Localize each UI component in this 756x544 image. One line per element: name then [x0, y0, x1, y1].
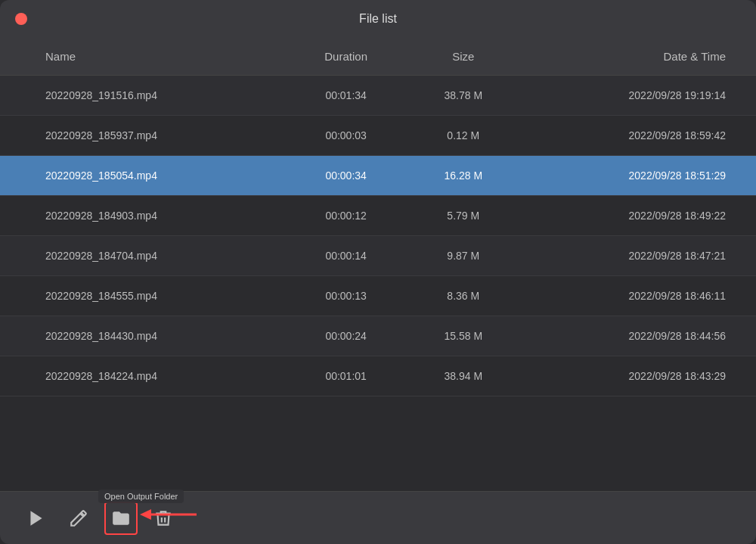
col-header-name: Name	[0, 38, 286, 76]
play-icon	[26, 508, 46, 528]
table-row[interactable]: 20220928_184903.mp400:00:125.79 M2022/09…	[0, 196, 756, 236]
main-window: File list Name Duration Size Date & Time…	[0, 0, 756, 544]
play-button[interactable]	[23, 505, 50, 532]
table-header-row: Name Duration Size Date & Time	[0, 38, 756, 76]
cell-duration: 00:01:34	[286, 76, 407, 116]
cell-duration: 00:00:14	[286, 236, 407, 276]
folder-tooltip: Open Output Folder	[98, 490, 184, 503]
table-row[interactable]: 20220928_184224.mp400:01:0138.94 M2022/0…	[0, 356, 756, 396]
folder-button-wrapper	[107, 505, 135, 532]
folder-button-highlight	[104, 502, 138, 535]
cell-datetime: 2022/09/28 18:44:56	[520, 316, 756, 356]
cell-size: 8.36 M	[407, 276, 520, 316]
red-arrow-icon	[140, 503, 200, 526]
cell-duration: 00:00:13	[286, 276, 407, 316]
cell-size: 16.28 M	[407, 156, 520, 196]
window-title: File list	[359, 12, 397, 26]
col-header-size: Size	[407, 38, 520, 76]
close-button[interactable]	[15, 13, 27, 25]
cell-datetime: 2022/09/28 18:49:22	[520, 196, 756, 236]
cell-duration: 00:00:34	[286, 156, 407, 196]
cell-size: 38.94 M	[407, 356, 520, 396]
cell-name: 20220928_184903.mp4	[0, 196, 286, 236]
cell-datetime: 2022/09/28 18:46:11	[520, 276, 756, 316]
title-bar: File list	[0, 0, 756, 38]
cell-name: 20220928_185937.mp4	[0, 116, 286, 156]
col-header-duration: Duration	[286, 38, 407, 76]
col-header-datetime: Date & Time	[520, 38, 756, 76]
cell-datetime: 2022/09/28 18:47:21	[520, 236, 756, 276]
cell-size: 15.58 M	[407, 316, 520, 356]
edit-button[interactable]	[65, 505, 92, 532]
cell-name: 20220928_184224.mp4	[0, 356, 286, 396]
toolbar: Open Output Folder	[0, 491, 756, 544]
table-row[interactable]: 20220928_184704.mp400:00:149.87 M2022/09…	[0, 236, 756, 276]
cell-name: 20220928_184430.mp4	[0, 316, 286, 356]
cell-name: 20220928_191516.mp4	[0, 76, 286, 116]
edit-icon	[69, 508, 88, 528]
cell-datetime: 2022/09/28 18:43:29	[520, 356, 756, 396]
cell-size: 38.78 M	[407, 76, 520, 116]
cell-size: 5.79 M	[407, 196, 520, 236]
table-row[interactable]: 20220928_184430.mp400:00:2415.58 M2022/0…	[0, 316, 756, 356]
table-row[interactable]: 20220928_184555.mp400:00:138.36 M2022/09…	[0, 276, 756, 316]
cell-duration: 00:00:12	[286, 196, 407, 236]
file-list-container: Name Duration Size Date & Time 20220928_…	[0, 38, 756, 491]
table-row[interactable]: 20220928_185937.mp400:00:030.12 M2022/09…	[0, 116, 756, 156]
cell-duration: 00:01:01	[286, 356, 407, 396]
cell-datetime: 2022/09/28 18:51:29	[520, 156, 756, 196]
cell-datetime: 2022/09/28 18:59:42	[520, 116, 756, 156]
table-row[interactable]: 20220928_191516.mp400:01:3438.78 M2022/0…	[0, 76, 756, 116]
cell-name: 20220928_184555.mp4	[0, 276, 286, 316]
file-list-table: Name Duration Size Date & Time 20220928_…	[0, 38, 756, 396]
table-row[interactable]: 20220928_185054.mp400:00:3416.28 M2022/0…	[0, 156, 756, 196]
cell-datetime: 2022/09/28 19:19:14	[520, 76, 756, 116]
svg-marker-0	[30, 511, 42, 526]
cell-name: 20220928_184704.mp4	[0, 236, 286, 276]
cell-duration: 00:00:03	[286, 116, 407, 156]
cell-size: 0.12 M	[407, 116, 520, 156]
cell-name: 20220928_185054.mp4	[0, 156, 286, 196]
cell-size: 9.87 M	[407, 236, 520, 276]
arrow-annotation	[140, 503, 200, 529]
svg-marker-2	[140, 509, 151, 520]
cell-duration: 00:00:24	[286, 316, 407, 356]
